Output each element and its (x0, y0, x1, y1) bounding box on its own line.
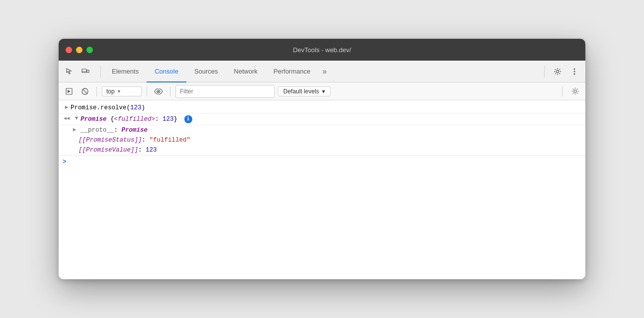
inspect-element-button[interactable] (63, 65, 77, 79)
tabs-separator-right (544, 66, 545, 78)
console-row-promise-output: ◀ Promise {<fulfilled>: 123} i (59, 114, 585, 125)
back-arrow: ◀ (63, 115, 71, 121)
device-toolbar-button[interactable] (79, 65, 92, 79)
promise-status-key: [[PromiseStatus]] (79, 137, 142, 144)
console-cursor-row[interactable]: > (59, 155, 585, 168)
console-row-promise-status: [[PromiseStatus]]: "fulfilled" (59, 135, 585, 145)
close-button[interactable] (66, 47, 72, 53)
console-toolbar: top ▾ Default levels ▾ (59, 82, 585, 100)
console-settings-button[interactable] (568, 85, 581, 98)
expand-proto-arrow[interactable] (71, 126, 79, 133)
execute-button[interactable] (63, 85, 76, 98)
promise-fulfilled-value: 123 (162, 116, 174, 123)
filter-input[interactable] (175, 85, 275, 98)
tab-performance[interactable]: Performance (265, 61, 318, 82)
eye-button[interactable] (152, 85, 165, 98)
console-row-proto: __proto__: Promise (59, 125, 585, 135)
minimize-button[interactable] (76, 47, 82, 53)
window-title: DevTools - web.dev/ (293, 46, 351, 54)
tabs-separator-left (100, 66, 101, 78)
svg-point-12 (574, 90, 576, 92)
toolbar-icons (63, 65, 97, 79)
settings-button[interactable] (551, 65, 564, 79)
traffic-lights (66, 47, 93, 53)
more-tabs-button[interactable]: » (319, 61, 331, 82)
maximize-button[interactable] (86, 47, 93, 53)
proto-key: __proto__ (80, 127, 114, 134)
levels-arrow-icon: ▾ (322, 88, 325, 95)
tab-console[interactable]: Console (147, 61, 186, 82)
title-bar: DevTools - web.dev/ (59, 39, 585, 61)
resolve-number: 123 (130, 104, 142, 111)
promise-keyword: Promise (80, 116, 107, 123)
cursor-prompt: > (63, 159, 67, 165)
context-selector[interactable]: top ▾ (102, 86, 142, 96)
console-right-separator (562, 86, 563, 96)
promise-status-value: "fulfilled" (150, 137, 191, 144)
tab-network[interactable]: Network (226, 61, 266, 82)
console-toolbar-separator-3 (170, 86, 170, 96)
expand-promise-arrow[interactable] (73, 115, 80, 121)
svg-point-11 (158, 90, 160, 92)
promise-resolve-text: Promise.resolve( (71, 104, 130, 111)
levels-selector[interactable]: Default levels ▾ (278, 86, 330, 96)
svg-line-9 (83, 89, 87, 93)
info-badge[interactable]: i (184, 115, 192, 123)
console-toolbar-separator (96, 86, 97, 96)
svg-point-4 (574, 68, 575, 70)
clear-console-button[interactable] (79, 85, 91, 98)
promise-fulfilled-key: <fulfilled> (114, 116, 156, 123)
console-row-promise-value: [[PromiseValue]]: 123 (59, 145, 585, 155)
svg-rect-1 (87, 70, 89, 73)
proto-value: Promise (122, 127, 148, 134)
svg-point-3 (557, 70, 559, 73)
tab-elements[interactable]: Elements (104, 61, 147, 82)
devtools-window: DevTools - web.dev/ Elements (59, 39, 585, 279)
expand-arrow-input[interactable] (63, 104, 71, 110)
svg-rect-0 (82, 69, 86, 73)
svg-point-6 (574, 73, 575, 75)
console-row-input: Promise.resolve(123) (59, 102, 585, 114)
console-toolbar-separator-2 (147, 86, 147, 96)
tab-sources[interactable]: Sources (186, 61, 226, 82)
promise-value-val: 123 (146, 147, 157, 154)
more-options-button[interactable] (567, 65, 581, 79)
svg-point-5 (574, 71, 575, 72)
console-content: Promise.resolve(123) ◀ Promise {<fulfill… (59, 100, 585, 279)
context-arrow-icon: ▾ (118, 88, 120, 94)
promise-value-key: [[PromiseValue]] (79, 147, 138, 154)
tabs-right (541, 65, 581, 79)
tabs-bar: Elements Console Sources Network Perform… (59, 61, 585, 82)
